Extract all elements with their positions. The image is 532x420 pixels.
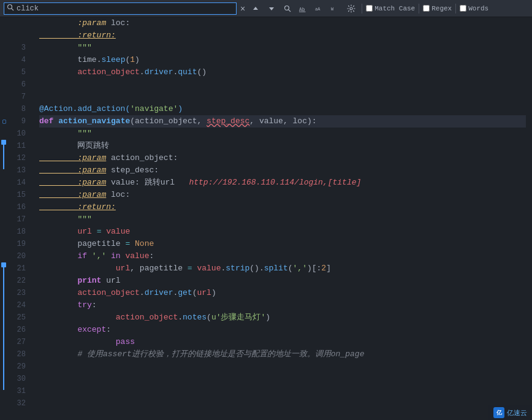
search-icon [7, 4, 14, 13]
svg-point-2 [285, 6, 289, 10]
fold-bar [0, 17, 7, 420]
code-line-25: action_object.notes(u'步骤走马灯') [39, 311, 526, 324]
code-line-18: url = value [39, 226, 526, 238]
code-line-7 [39, 91, 526, 103]
code-line-16: :return: [39, 201, 526, 213]
separator-1 [362, 4, 362, 13]
line-num-19: 19 [7, 238, 29, 250]
code-line-1: :param loc: [39, 17, 526, 29]
separator-3 [455, 4, 456, 13]
watermark: 亿 亿速云 [488, 405, 532, 420]
find-button[interactable] [281, 3, 294, 14]
line-num-25: 25 [7, 311, 29, 324]
svg-text:aA: aA [315, 7, 321, 12]
code-line-17: """ [39, 213, 526, 226]
line-num-26: 26 [7, 324, 29, 336]
next-match-button[interactable] [265, 3, 278, 14]
search-input-wrapper [4, 2, 237, 15]
code-line-13: :param step_desc: [39, 164, 526, 177]
code-line-28: # 使用assert进行校验，打开的链接地址是否与配置的地址一致。调用on_pa… [39, 348, 526, 361]
words-checkbox[interactable] [460, 5, 466, 12]
line-num-16: 16 [7, 201, 29, 213]
svg-text:W: W [331, 7, 334, 12]
line-num-11: 11 [7, 140, 29, 152]
scrollbar-right[interactable] [526, 17, 532, 420]
line-num-4: 4 [7, 54, 29, 66]
code-line-10: """ [39, 128, 526, 140]
svg-line-3 [289, 9, 291, 11]
code-line-11: 网页跳转 [39, 140, 526, 152]
line-num-8: 8 [7, 103, 29, 115]
prev-match-button[interactable] [249, 3, 262, 14]
code-line-6 [39, 78, 526, 91]
code-area: 3 4 5 6 7 8 9 10 11 12 13 14 15 16 17 18… [0, 17, 532, 420]
line-num-23: 23 [7, 287, 29, 299]
line-num-17: 17 [7, 213, 29, 226]
line-num-21: 21 [7, 262, 29, 275]
line-num-27: 27 [7, 336, 29, 348]
watermark-icon: 亿 [493, 407, 504, 418]
regex-option[interactable]: Regex [423, 5, 452, 12]
line-num-32: 32 [7, 397, 29, 410]
svg-point-8 [350, 7, 352, 10]
words-label: Words [468, 5, 488, 12]
line-num-20: 20 [7, 250, 29, 262]
code-line-20: if ',' in value: [39, 250, 526, 262]
code-line-26: except: [39, 324, 526, 336]
match-case-label: Match Case [374, 5, 415, 12]
words-option[interactable]: Words [460, 5, 488, 12]
code-line-4: time.sleep(1) [39, 54, 526, 66]
line-num-1 [7, 17, 29, 29]
fold-marker-2[interactable] [1, 262, 6, 267]
regex-label: Regex [431, 5, 452, 12]
fold-marker-1[interactable] [1, 140, 6, 145]
code-line-21: url, pagetitle = value.strip().split(','… [39, 262, 526, 275]
code-line-8: @Action.add_action('navigate') [39, 103, 526, 115]
line-num-10: 10 [7, 128, 29, 140]
line-num-7: 7 [7, 91, 29, 103]
code-line-24: try: [39, 299, 526, 311]
search-bar: × Ab aA W Match Case [0, 0, 532, 17]
fold-bar-line-1 [3, 145, 4, 169]
line-num-14: 14 [7, 177, 29, 189]
line-num-30: 30 [7, 373, 29, 385]
watermark-text: 亿速云 [507, 408, 527, 418]
line-num-9: 9 [7, 115, 29, 128]
match-case-option[interactable]: Match Case [366, 5, 415, 12]
line-num-31: 31 [7, 385, 29, 397]
code-line-15: :param loc: [39, 189, 526, 201]
regex-checkbox[interactable] [423, 5, 430, 12]
code-line-19: pagetitle = None [39, 238, 526, 250]
line-num-24: 24 [7, 299, 29, 311]
line-num-3: 3 [7, 42, 29, 54]
case-button[interactable]: aA [313, 3, 326, 14]
code-line-5: action_object.driver.quit() [39, 66, 526, 78]
line-num-28: 28 [7, 348, 29, 361]
code-line-23: action_object.driver.get(url) [39, 287, 526, 299]
code-line-14: :param value: 跳转url http://192.168.110.1… [39, 177, 526, 189]
code-line-3: """ [39, 42, 526, 54]
line-num-12: 12 [7, 152, 29, 164]
line-num-6: 6 [7, 78, 29, 91]
line-num-18: 18 [7, 226, 29, 238]
svg-line-1 [12, 8, 13, 10]
code-line-9: ▢ def action_navigate(action_object, ste… [39, 115, 526, 128]
code-line-2: :return: [39, 29, 526, 42]
line-num-13: 13 [7, 164, 29, 177]
search-input[interactable] [17, 4, 234, 13]
fold-bar-line-2 [3, 267, 4, 390]
code-content: :param loc: :return: """ time.sleep(1) a… [34, 17, 526, 420]
line-num-29: 29 [7, 361, 29, 373]
match-case-checkbox[interactable] [366, 5, 373, 12]
ab-button[interactable]: Ab [297, 3, 310, 14]
line-num-15: 15 [7, 189, 29, 201]
line-numbers-gutter: 3 4 5 6 7 8 9 10 11 12 13 14 15 16 17 18… [7, 17, 34, 420]
clear-search-button[interactable]: × [239, 4, 246, 13]
svg-text:Ab: Ab [299, 6, 305, 12]
line-num-22: 22 [7, 275, 29, 287]
settings-button[interactable] [344, 3, 358, 14]
line-num-2 [7, 29, 29, 42]
separator-2 [419, 4, 419, 13]
line-num-5: 5 [7, 66, 29, 78]
word-button[interactable]: W [329, 3, 342, 14]
